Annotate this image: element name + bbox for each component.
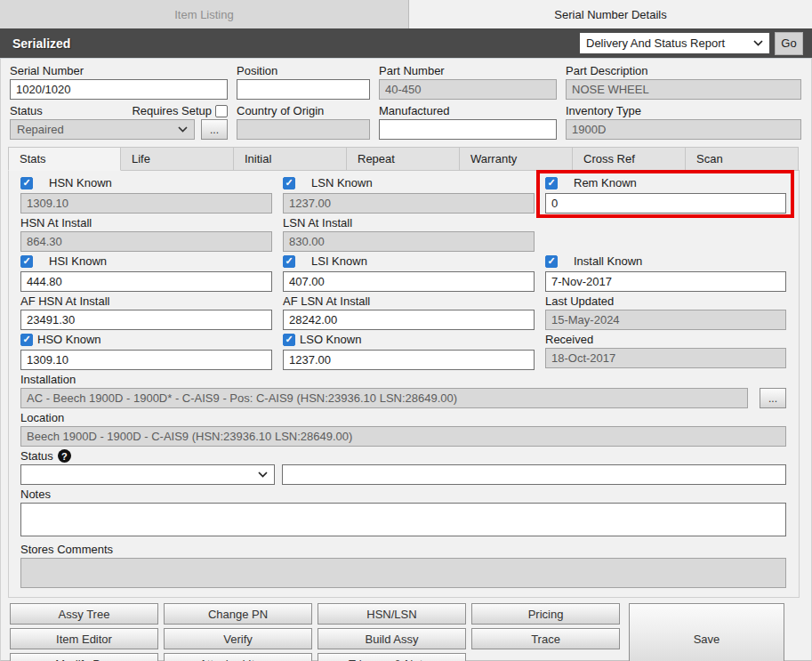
lsn-known-field	[283, 193, 535, 214]
save-button[interactable]: Save	[629, 603, 784, 661]
tab-serial-number-details[interactable]: Serial Number Details	[409, 0, 812, 28]
country-of-origin-field	[237, 119, 370, 140]
hsi-known-label: HSI Known	[49, 254, 107, 268]
tab-cross-ref[interactable]: Cross Ref	[573, 147, 686, 171]
chevron-down-icon	[753, 40, 763, 46]
status-label: Status	[10, 104, 43, 117]
hsi-known-input[interactable]	[20, 271, 272, 292]
received-field	[545, 348, 786, 368]
lsi-known-label: LSI Known	[311, 254, 367, 268]
tab-scan[interactable]: Scan	[686, 147, 799, 171]
detail-tab-bar: Stats Life Initial Repeat Warranty Cross…	[8, 147, 800, 171]
rem-known-input[interactable]	[545, 193, 786, 214]
af-lsn-at-install-label: AF LSN At Install	[283, 294, 535, 308]
rem-known-checkbox[interactable]: ✓	[545, 177, 558, 189]
attached-items-button[interactable]: Attached Items	[164, 653, 312, 661]
panel-status-select[interactable]	[20, 464, 275, 485]
assy-tree-button[interactable]: Assy Tree	[10, 603, 158, 625]
content-area: Serial Number Position Part Number Part …	[0, 59, 812, 661]
country-of-origin-label: Country of Origin	[237, 104, 370, 117]
hso-known-input[interactable]	[20, 350, 272, 370]
stats-panel: ✓ HSN Known ✓ LSN Known ✓ Rem Known	[8, 170, 800, 598]
lsn-known-checkbox[interactable]: ✓	[283, 177, 295, 189]
requires-setup-checkbox[interactable]	[215, 105, 228, 117]
hsn-at-install-label: HSN At Install	[20, 216, 272, 230]
installation-browse-button[interactable]: ...	[760, 388, 786, 408]
trace-button[interactable]: Trace	[471, 628, 620, 649]
tab-stats[interactable]: Stats	[8, 147, 121, 171]
install-known-label: Install Known	[574, 254, 642, 268]
install-known-input[interactable]	[545, 271, 786, 292]
help-icon[interactable]: ?	[58, 449, 71, 463]
triggers-notes-button[interactable]: Triggers & Notes	[318, 653, 466, 661]
notes-label: Notes	[20, 488, 787, 501]
notes-textarea[interactable]	[20, 503, 786, 536]
lsn-at-install-field	[283, 231, 535, 252]
item-editor-button[interactable]: Item Editor	[10, 628, 158, 649]
pricing-button[interactable]: Pricing	[471, 603, 620, 625]
tab-repeat[interactable]: Repeat	[347, 147, 460, 171]
manufactured-label: Manufactured	[379, 104, 557, 117]
lsn-at-install-label: LSN At Install	[283, 216, 535, 230]
status-select-value: Repaired	[17, 123, 64, 136]
manufactured-input[interactable]	[379, 119, 557, 140]
hsi-known-checkbox[interactable]: ✓	[20, 255, 33, 268]
change-pn-button[interactable]: Change PN	[164, 603, 312, 625]
part-description-field	[566, 79, 801, 100]
report-select-value: Delivery And Status Report	[586, 36, 725, 50]
location-field	[20, 426, 786, 447]
tab-item-listing[interactable]: Item Listing	[0, 0, 409, 28]
build-assy-button[interactable]: Build Assy	[318, 628, 466, 649]
serial-number-label: Serial Number	[10, 64, 228, 77]
lso-known-label: LSO Known	[300, 333, 361, 346]
rem-known-highlight: ✓ Rem Known	[545, 176, 786, 214]
action-button-area: Assy Tree Change PN HSN/LSN Pricing Item…	[10, 603, 811, 661]
installation-field	[20, 388, 748, 408]
requires-setup-label: Requires Setup	[132, 104, 212, 117]
last-updated-field	[545, 310, 786, 330]
rem-known-label: Rem Known	[574, 176, 637, 189]
af-lsn-at-install-input[interactable]	[283, 310, 535, 330]
hsn-known-field	[20, 193, 272, 214]
install-known-checkbox[interactable]: ✓	[545, 255, 558, 268]
modify-pos-button[interactable]: Modify Pos	[10, 653, 158, 661]
status-browse-button[interactable]: ...	[201, 119, 228, 140]
top-tab-bar: Item Listing Serial Number Details	[0, 0, 812, 28]
report-select[interactable]: Delivery And Status Report	[579, 32, 770, 54]
received-label: Received	[545, 333, 786, 346]
status-select: Repaired	[10, 119, 195, 140]
panel-status-input[interactable]	[282, 464, 786, 485]
hsn-at-install-field	[20, 231, 272, 252]
lso-known-input[interactable]	[283, 350, 535, 370]
serial-number-input[interactable]	[10, 79, 228, 100]
hsn-known-label: HSN Known	[49, 176, 112, 189]
hso-known-label: HSO Known	[37, 333, 101, 346]
tab-initial[interactable]: Initial	[234, 147, 347, 171]
stores-comments-field	[20, 558, 786, 588]
panel-status-label: Status	[20, 449, 53, 463]
tab-life[interactable]: Life	[121, 147, 234, 171]
part-description-label: Part Description	[566, 64, 801, 77]
tab-warranty[interactable]: Warranty	[460, 147, 573, 171]
header-bar: Serialized Delivery And Status Report Go	[0, 28, 812, 59]
lsi-known-checkbox[interactable]: ✓	[283, 255, 295, 268]
part-number-label: Part Number	[379, 64, 557, 77]
hsn-known-checkbox[interactable]: ✓	[20, 177, 33, 189]
chevron-down-icon	[178, 126, 188, 133]
inventory-type-field	[566, 119, 801, 140]
lsn-known-label: LSN Known	[311, 176, 373, 189]
af-hsn-at-install-label: AF HSN At Install	[20, 294, 272, 308]
go-button[interactable]: Go	[775, 32, 803, 55]
lsi-known-input[interactable]	[283, 271, 535, 292]
app-window: Item Listing Serial Number Details Seria…	[0, 0, 812, 661]
position-input[interactable]	[237, 79, 370, 100]
lso-known-checkbox[interactable]: ✓	[283, 334, 295, 346]
af-hsn-at-install-input[interactable]	[20, 310, 272, 330]
hso-known-checkbox[interactable]: ✓	[20, 334, 33, 346]
verify-button[interactable]: Verify	[164, 628, 312, 649]
chevron-down-icon	[258, 472, 268, 478]
page-title: Serialized	[12, 36, 70, 51]
part-number-field	[379, 79, 557, 100]
hsn-lsn-button[interactable]: HSN/LSN	[318, 603, 466, 625]
location-label: Location	[20, 411, 787, 424]
